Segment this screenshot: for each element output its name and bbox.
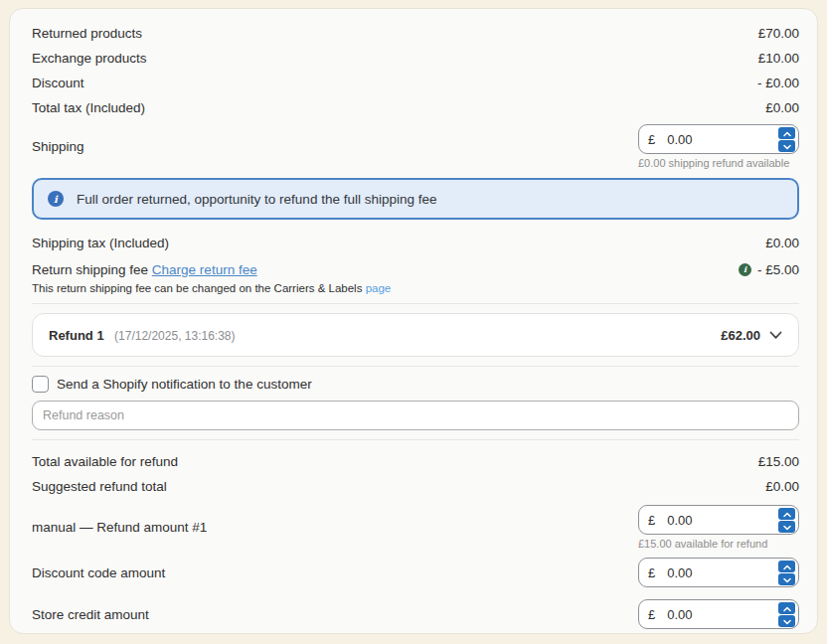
summary-row: Exchange products £10.00 [32,46,799,71]
banner-text: Full order returned, opportunity to refu… [77,192,436,207]
refund-entry-amount: £62.00 [721,328,760,343]
manual-refund-row: manual — Refund amount #1 £ £15.00 avail… [32,505,799,550]
increment-button[interactable] [778,602,795,614]
decrement-button[interactable] [778,615,795,627]
store-credit-input[interactable] [667,607,778,622]
chevron-down-icon[interactable] [769,326,782,344]
shipping-tax-row: Shipping tax (Included) £0.00 [32,231,799,255]
summary-row: Discount - £0.00 [32,71,799,95]
currency-symbol: £ [648,132,655,147]
divider [32,303,799,304]
discount-code-stepper [778,561,795,585]
chevron-down-icon [783,519,791,534]
return-fee-label: Return shipping fee [32,262,148,277]
shipping-tax-label: Shipping tax (Included) [32,236,169,250]
total-available-value: £15.00 [758,454,799,469]
discount-code-input[interactable] [667,565,778,580]
notification-row: Send a Shopify notification to the custo… [32,376,799,393]
decrement-button[interactable] [778,573,795,585]
returned-products-label: Returned products [32,26,142,41]
increment-button[interactable] [778,508,795,520]
return-fee-value: - £5.00 [757,262,799,277]
suggested-total-row: Suggested refund total £0.00 [32,474,799,499]
total-available-label: Total available for refund [32,454,178,469]
shipping-amount-input[interactable] [667,132,778,147]
shipping-amount-field[interactable]: £ [638,124,799,154]
manual-refund-helper: £15.00 available for refund [638,538,799,550]
manual-refund-field[interactable]: £ [638,505,799,535]
discount-code-label: Discount code amount [32,565,165,580]
total-tax-label: Total tax (Included) [32,100,145,115]
summary-row: Total tax (Included) £0.00 [32,95,799,120]
decrement-button[interactable] [778,521,795,533]
info-icon[interactable]: i [739,263,751,276]
exchange-products-label: Exchange products [32,51,147,66]
increment-button[interactable] [778,561,795,572]
refund-entry-card[interactable]: Refund 1 (17/12/2025, 13:16:38) £62.00 [32,313,799,357]
divider [32,439,799,440]
shipping-tax-value: £0.00 [765,236,799,250]
shipping-refund-helper: £0.00 shipping refund available [638,157,799,169]
notify-customer-checkbox[interactable] [32,376,49,393]
total-available-row: Total available for refund £15.00 [32,449,799,474]
charge-return-fee-link[interactable]: Charge return fee [152,262,257,277]
exchange-products-value: £10.00 [758,51,799,66]
decrement-button[interactable] [778,140,795,152]
manual-refund-label: manual — Refund amount #1 [32,520,207,535]
suggested-total-label: Suggested refund total [32,479,167,494]
refund-reason-input[interactable] [32,401,799,430]
chevron-down-icon [783,138,791,153]
discount-code-row: Discount code amount £ [32,558,799,587]
info-icon: i [48,191,64,207]
store-credit-label: Store credit amount [32,607,149,622]
discount-label: Discount [32,76,84,90]
suggested-total-value: £0.00 [765,479,799,494]
currency-symbol: £ [648,513,655,528]
shipping-refund-banner: i Full order returned, opportunity to re… [32,178,799,220]
discount-code-field[interactable]: £ [638,558,799,587]
store-credit-field[interactable]: £ [638,599,799,629]
returned-products-value: £70.00 [758,26,799,41]
return-fee-label-group: Return shipping fee Charge return fee [32,262,257,277]
currency-symbol: £ [648,607,655,622]
divider [32,366,799,367]
summary-row: Returned products £70.00 [32,21,799,46]
refund-entry-title: Refund 1 [49,328,104,343]
shipping-stepper [778,127,795,152]
manual-refund-input[interactable] [667,513,778,528]
notify-customer-label: Send a Shopify notification to the custo… [57,377,312,392]
carriers-labels-page-link[interactable]: page [366,282,392,294]
currency-symbol: £ [648,565,655,580]
return-fee-note: This return shipping fee can be changed … [32,282,799,294]
total-tax-value: £0.00 [765,100,799,115]
chevron-down-icon [783,613,791,628]
store-credit-row: Store credit amount £ [32,599,799,629]
return-fee-row: Return shipping fee Charge return fee i … [32,257,799,281]
manual-refund-stepper [778,508,795,533]
shipping-label: Shipping [32,139,84,154]
refund-entry-date: (17/12/2025, 13:16:38) [114,329,235,343]
refund-summary-panel: Returned products £70.00 Exchange produc… [9,8,818,634]
increment-button[interactable] [778,127,795,139]
chevron-down-icon [783,571,791,586]
store-credit-stepper [778,602,795,627]
discount-value: - £0.00 [757,76,799,90]
return-fee-note-text: This return shipping fee can be changed … [32,282,362,294]
shipping-row: Shipping £ £0.00 shipping refund availab… [32,124,799,169]
